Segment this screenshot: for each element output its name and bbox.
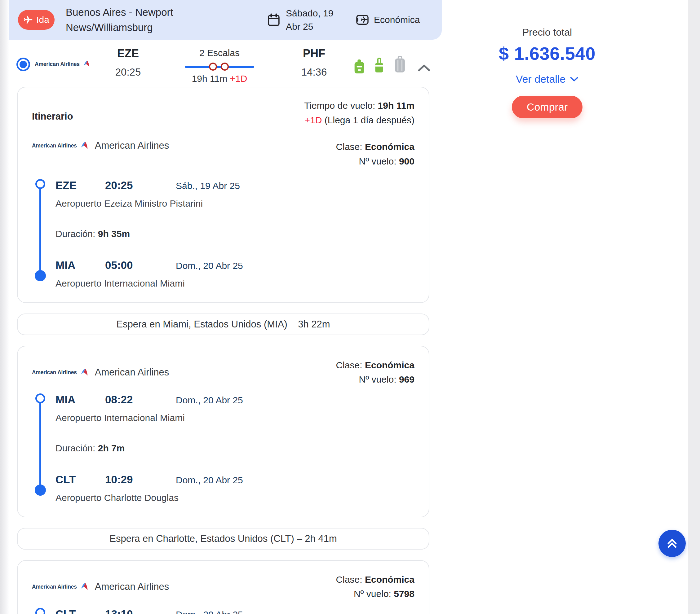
airline-logo: American Airlines	[32, 367, 89, 378]
arrival-time: 10:29	[105, 473, 176, 486]
segment-meta: Clase: Económica Nº vuelo: 969	[336, 358, 414, 387]
departure-time: 08:22	[105, 394, 176, 406]
aa-eagle-icon	[79, 581, 89, 592]
leg-header-banner: Ida Buenos Aires - Newport News/Williams…	[9, 0, 442, 40]
arrival-code: PHF	[285, 47, 343, 60]
departure-row: CLT 13:10 Dom., 20 Abr 25	[55, 608, 414, 614]
arrival-airport: Aeropuerto Internacional Miami	[55, 278, 414, 289]
timeline-departure-dot	[35, 608, 45, 614]
class-line: Clase: Económica	[336, 573, 414, 587]
scroll-to-top-button[interactable]	[659, 530, 686, 557]
airline-row: American Airlines American Airlines	[32, 581, 169, 592]
carry-on-bag-icon	[371, 56, 387, 74]
departure-time: 20:25	[105, 179, 176, 191]
arrival-date: Dom., 20 Abr 25	[176, 260, 243, 271]
summary-arrival: PHF 14:36	[285, 47, 343, 78]
airline-row: American Airlines American Airlines	[32, 140, 169, 151]
layover-banner: Espera en Charlotte, Estados Unidos (CLT…	[17, 528, 429, 550]
departure-code: EZE	[55, 179, 105, 191]
calendar-icon	[266, 13, 281, 27]
stops-line	[185, 66, 254, 68]
flight-option-summary: American Airlines EZE 20:25 2 Escalas 19…	[9, 40, 442, 87]
itinerary-card-segment-2: American Airlines American Airlines Clas…	[17, 346, 429, 517]
departure-date: Dom., 20 Abr 25	[176, 609, 243, 614]
buy-button[interactable]: Comprar	[512, 96, 583, 118]
summary-stops: 2 Escalas 19h 11m +1D	[173, 48, 266, 84]
airline-name: American Airlines	[95, 140, 169, 151]
page-right-gutter	[688, 0, 700, 614]
departure-row: EZE 20:25 Sáb., 19 Abr 25	[55, 179, 414, 191]
timeline	[32, 394, 55, 503]
timeline-line	[39, 402, 41, 490]
airline-name: American Airlines	[95, 581, 169, 592]
departure-code: CLT	[55, 608, 105, 614]
cabin-ticket-icon	[355, 13, 370, 27]
timeline	[32, 608, 55, 614]
arrival-time: 05:00	[105, 259, 176, 271]
departure-airport: Aeropuerto Internacional Miami	[55, 413, 414, 423]
segment-timeline-block: CLT 13:10 Dom., 20 Abr 25 Aeropuerto Cha…	[32, 608, 414, 614]
departure-code: MIA	[55, 394, 105, 406]
flight-time-line: Tiempo de vuelo: 19h 11m	[304, 99, 414, 113]
cabin-label: Económica	[374, 15, 420, 25]
aa-eagle-icon	[82, 60, 91, 69]
price-total-label: Precio total	[443, 27, 651, 38]
airline-name: American Airlines	[95, 367, 169, 378]
timeline	[32, 179, 55, 289]
stops-label: 2 Escalas	[173, 48, 266, 58]
checked-bag-icon	[392, 55, 408, 74]
baggage-allowance	[352, 55, 408, 74]
flight-number-line: Nº vuelo: 900	[304, 154, 414, 169]
results-column: Ida Buenos Aires - Newport News/Williams…	[9, 0, 442, 614]
arrival-date: Dom., 20 Abr 25	[176, 475, 243, 485]
arrival-airport: Aeropuerto Charlotte Douglas	[55, 493, 414, 503]
segment-meta: Clase: Económica Nº vuelo: 5798	[336, 573, 414, 601]
layover-banner: Espera en Miami, Estados Unidos (MIA) – …	[17, 314, 429, 335]
double-chevron-up-icon	[666, 537, 679, 550]
collapse-details-button[interactable]	[415, 62, 433, 74]
class-line: Clase: Económica	[304, 140, 414, 154]
segment-timeline-block: MIA 08:22 Dom., 20 Abr 25 Aeropuerto Int…	[32, 394, 414, 503]
arrival-time: 14:36	[285, 66, 343, 78]
timeline-line	[39, 188, 41, 276]
direction-badge: Ida	[18, 10, 54, 30]
itinerary-card-header: American Airlines American Airlines Clas…	[32, 572, 414, 602]
segment-meta: Tiempo de vuelo: 19h 11m +1D (Llega 1 dí…	[304, 99, 414, 168]
timeline-arrival-dot	[35, 270, 46, 281]
arrival-row: CLT 10:29 Dom., 20 Abr 25	[55, 473, 414, 486]
plane-icon	[23, 15, 33, 25]
arrival-code: CLT	[55, 473, 105, 486]
departure-code: EZE	[99, 47, 158, 60]
timeline-arrival-dot	[35, 485, 46, 496]
departure-time: 20:25	[99, 66, 158, 78]
segment-duration: Duración: 2h 7m	[55, 443, 414, 453]
chevron-up-icon	[417, 64, 431, 72]
backpack-icon	[352, 58, 366, 74]
summary-departure: EZE 20:25	[99, 47, 158, 78]
itinerary-title: Itinerario	[32, 111, 169, 122]
departure-airport: Aeropuerto Ezeiza Ministro Pistarini	[55, 198, 414, 209]
departure-date: Dom., 20 Abr 25	[176, 395, 243, 406]
departure-row: MIA 08:22 Dom., 20 Abr 25	[55, 394, 414, 406]
itinerary-card-header: American Airlines American Airlines Clas…	[32, 358, 414, 387]
itinerary-card-header: Itinerario American Airlines American Ai…	[32, 99, 414, 168]
airline-row: American Airlines American Airlines	[32, 367, 169, 378]
leg-date: Sábado, 19 Abr 25	[286, 7, 348, 34]
airline-logo: American Airlines	[32, 581, 89, 592]
date-group: Sábado, 19 Abr 25	[266, 7, 348, 34]
chevron-down-icon	[570, 77, 578, 82]
plus-day-note: +1D (Llega 1 día después)	[304, 113, 414, 128]
itinerary-card-segment-3: American Airlines American Airlines Clas…	[17, 560, 429, 614]
flight-number-line: Nº vuelo: 5798	[336, 587, 414, 601]
itinerary-card-segment-1: Itinerario American Airlines American Ai…	[17, 87, 429, 303]
price-panel: Precio total $ 1.636.540 Ver detalle Com…	[443, 0, 651, 118]
cabin-group: Económica	[355, 13, 420, 27]
see-detail-link[interactable]: Ver detalle	[516, 73, 579, 85]
stop-dot-icon	[221, 63, 229, 71]
route-title: Buenos Aires - Newport News/Williamsburg	[66, 5, 199, 35]
arrival-code: MIA	[55, 259, 105, 271]
stop-dot-icon	[209, 63, 217, 71]
arrival-row: MIA 05:00 Dom., 20 Abr 25	[55, 259, 414, 271]
option-radio-selected[interactable]	[16, 57, 30, 71]
segment-duration: Duración: 9h 35m	[55, 229, 414, 239]
